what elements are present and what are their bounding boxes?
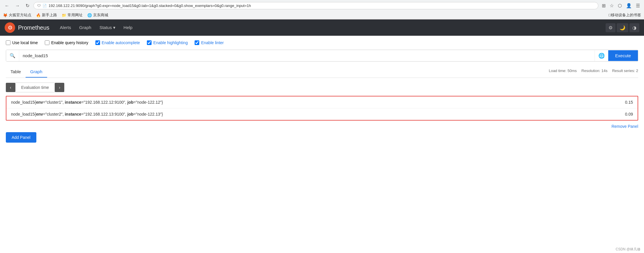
search-input[interactable] bbox=[19, 50, 595, 61]
enable-query-history-label: Enable query history bbox=[51, 40, 88, 45]
label-eq: ="cluster2", bbox=[43, 112, 65, 116]
extensions-button[interactable]: ⬡ bbox=[617, 2, 623, 10]
back-button[interactable]: ← bbox=[3, 2, 11, 10]
prometheus-logo: ⊙ Prometheus bbox=[5, 22, 49, 33]
label-val-job: ="node-122.13"} bbox=[134, 112, 163, 116]
evaluation-time-row: ‹ Evaluation time › bbox=[6, 82, 638, 92]
enable-autocomplete-option[interactable]: Enable autocomplete bbox=[95, 40, 140, 45]
bookmark-jd[interactable]: 🌐 京东商城 bbox=[87, 12, 108, 18]
bookmark-icon: 📁 bbox=[62, 13, 66, 17]
prometheus-navbar: ⊙ Prometheus Alerts Graph Status ▾ Help … bbox=[0, 19, 644, 36]
label-eq: ="cluster1", bbox=[43, 100, 65, 105]
metric-name: node_load15 bbox=[11, 112, 35, 116]
enable-autocomplete-checkbox[interactable] bbox=[95, 40, 100, 45]
label-key-instance: instance bbox=[65, 100, 81, 105]
use-local-time-label: Use local time bbox=[12, 40, 38, 45]
browser-chrome: ← → ↻ 🛡 📄 192.168.122.21:9090/graph?g0.e… bbox=[0, 0, 644, 19]
bookmark-common[interactable]: 📁 常用网址 bbox=[62, 12, 83, 18]
label-key-env: env bbox=[36, 100, 43, 105]
address-bar[interactable]: 🛡 📄 192.168.122.21:9090/graph?g0.expr=no… bbox=[33, 2, 598, 9]
options-bar: Use local time Enable query history Enab… bbox=[6, 40, 638, 45]
result-series: Result series: 2 bbox=[612, 69, 638, 73]
use-local-time-checkbox[interactable] bbox=[6, 40, 10, 45]
results-table: node_load15{env="cluster1", instance="19… bbox=[6, 96, 638, 121]
bookmark-icon: 🦊 bbox=[3, 13, 8, 17]
enable-linter-checkbox[interactable] bbox=[195, 40, 199, 45]
main-content: Use local time Enable query history Enab… bbox=[0, 36, 644, 147]
nav-alerts[interactable]: Alerts bbox=[56, 23, 74, 33]
mobile-bookmarks: □移动设备上的书签 bbox=[609, 12, 641, 18]
execute-button[interactable]: Execute bbox=[608, 50, 638, 61]
enable-query-history-option[interactable]: Enable query history bbox=[45, 40, 88, 45]
bookmark-label: 常用网址 bbox=[67, 12, 83, 18]
theme-moon-button[interactable]: 🌙 bbox=[617, 23, 628, 32]
use-local-time-option[interactable]: Use local time bbox=[6, 40, 38, 45]
enable-highlighting-label: Enable highlighting bbox=[153, 40, 188, 45]
label-key-instance: instance bbox=[65, 112, 81, 116]
bookmark-newuser[interactable]: 🔥 新手上路 bbox=[36, 12, 57, 18]
profile-button[interactable]: 👤 bbox=[625, 2, 633, 10]
enable-highlighting-option[interactable]: Enable highlighting bbox=[147, 40, 188, 45]
nav-right-icons: ⚙ 🌙 ◑ bbox=[606, 23, 639, 32]
globe-button[interactable]: 🌐 bbox=[595, 50, 608, 61]
metric-name: node_load15 bbox=[11, 100, 35, 105]
nav-status[interactable]: Status ▾ bbox=[96, 23, 119, 33]
enable-linter-label: Enable linter bbox=[201, 40, 224, 45]
load-time: Load time: 50ms bbox=[549, 69, 577, 73]
security-icon: 🛡 bbox=[37, 4, 41, 8]
metric-value: 0.15 bbox=[615, 100, 633, 105]
enable-linter-option[interactable]: Enable linter bbox=[195, 40, 224, 45]
bookmark-icon: 🌐 bbox=[87, 13, 92, 17]
label-key-job: job bbox=[127, 100, 134, 105]
tab-graph[interactable]: Graph bbox=[26, 66, 47, 78]
eval-next-button[interactable]: › bbox=[55, 83, 64, 92]
nav-links: Alerts Graph Status ▾ Help bbox=[56, 23, 606, 33]
remove-panel-link[interactable]: Remove Panel bbox=[611, 124, 638, 129]
nav-graph[interactable]: Graph bbox=[76, 23, 95, 33]
bookmark-label: 火狐官方站点 bbox=[9, 12, 31, 18]
bookmark-label: 新手上路 bbox=[42, 12, 57, 18]
nav-help[interactable]: Help bbox=[120, 23, 136, 33]
search-icon: 🔍 bbox=[6, 50, 19, 61]
forward-button[interactable]: → bbox=[13, 2, 22, 10]
enable-query-history-checkbox[interactable] bbox=[45, 40, 49, 45]
browser-toolbar: ← → ↻ 🛡 📄 192.168.122.21:9090/graph?g0.e… bbox=[0, 0, 644, 11]
theme-contrast-button[interactable]: ◑ bbox=[629, 23, 639, 32]
menu-button[interactable]: ☰ bbox=[635, 2, 641, 10]
settings-button[interactable]: ⚙ bbox=[606, 23, 615, 32]
qr-code-button[interactable]: ⊞ bbox=[601, 2, 607, 10]
label-key-env: env bbox=[36, 112, 43, 116]
metric-label: node_load15{env="cluster1", instance="19… bbox=[11, 100, 615, 105]
page-icon: 📄 bbox=[42, 4, 47, 8]
address-text: 192.168.122.21:9090/graph?g0.expr=node_l… bbox=[49, 3, 595, 8]
browser-action-buttons: ⊞ ☆ ⬡ 👤 ☰ bbox=[601, 2, 641, 10]
refresh-button[interactable]: ↻ bbox=[24, 2, 31, 10]
prometheus-logo-text: Prometheus bbox=[18, 24, 49, 31]
tabs-meta: Load time: 50ms Resolution: 14s Result s… bbox=[549, 69, 638, 75]
tabs-row: Table Graph Load time: 50ms Resolution: … bbox=[6, 66, 638, 78]
label-val-job: ="node-122.12"} bbox=[134, 100, 163, 105]
bookmark-star-button[interactable]: ☆ bbox=[609, 2, 615, 10]
panel-actions: Remove Panel bbox=[6, 124, 638, 129]
metric-label: node_load15{env="cluster2", instance="19… bbox=[11, 112, 615, 116]
table-row: node_load15{env="cluster1", instance="19… bbox=[6, 96, 638, 108]
tab-table[interactable]: Table bbox=[6, 66, 26, 78]
add-panel-button[interactable]: Add Panel bbox=[6, 132, 36, 143]
eval-prev-button[interactable]: ‹ bbox=[6, 83, 15, 92]
resolution: Resolution: 14s bbox=[581, 69, 608, 73]
label-key-job: job bbox=[127, 112, 134, 116]
bookmark-icon: 🔥 bbox=[36, 13, 41, 17]
bookmarks-bar: 🦊 火狐官方站点 🔥 新手上路 📁 常用网址 🌐 京东商城 □移动设备上的书签 bbox=[0, 11, 644, 19]
enable-autocomplete-label: Enable autocomplete bbox=[102, 40, 140, 45]
search-bar: 🔍 🌐 Execute bbox=[6, 50, 638, 62]
enable-highlighting-checkbox[interactable] bbox=[147, 40, 152, 45]
table-row: node_load15{env="cluster2", instance="19… bbox=[6, 108, 638, 120]
bookmark-firefox[interactable]: 🦊 火狐官方站点 bbox=[3, 12, 31, 18]
prometheus-logo-icon: ⊙ bbox=[5, 22, 15, 33]
label-eq2: ="192.168.122.13:9100", bbox=[81, 112, 127, 116]
metric-value: 0.09 bbox=[615, 112, 633, 116]
evaluation-time-label: Evaluation time bbox=[15, 82, 55, 92]
bookmark-label: 京东商城 bbox=[93, 12, 108, 18]
label-eq2: ="192.168.122.12:9100", bbox=[81, 100, 127, 105]
